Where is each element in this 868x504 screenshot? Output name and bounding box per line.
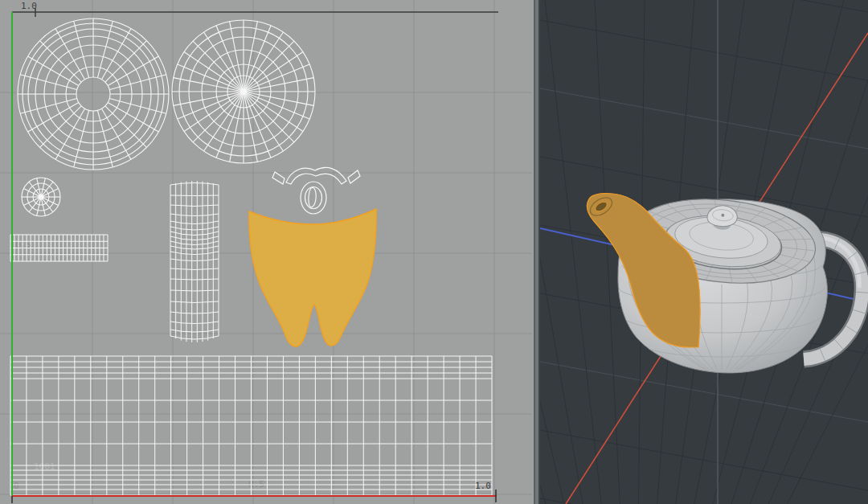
- viewport-3d-canvas[interactable]: [540, 0, 868, 504]
- uv-island-spout-selected[interactable]: [249, 209, 376, 346]
- uv-canvas[interactable]: [0, 0, 532, 504]
- uv-axis-label-vmax: 1.0: [21, 1, 37, 11]
- uv-island-spout-rings[interactable]: [301, 182, 326, 214]
- uv-island-handle-strip: [170, 181, 219, 342]
- uv-island-body-main-grid: [10, 356, 492, 495]
- uv-island-small-strip: [10, 235, 108, 261]
- uv-editor-panel[interactable]: 1.0 0.5 1001 0 0.5 1.0: [0, 0, 532, 504]
- uv-islands-wireframe[interactable]: [10, 18, 492, 495]
- viewport-3d-panel[interactable]: [540, 0, 868, 504]
- uv-editing-workspace: 1.0 0.5 1001 0 0.5 1.0: [0, 0, 868, 504]
- uv-island-body-ring: [18, 18, 169, 170]
- panel-divider[interactable]: [532, 0, 540, 504]
- uv-island-lid-disc: [172, 20, 315, 163]
- uv-axis-label-umax: 1.0: [475, 481, 491, 491]
- uv-island-knob-disc: [22, 178, 60, 216]
